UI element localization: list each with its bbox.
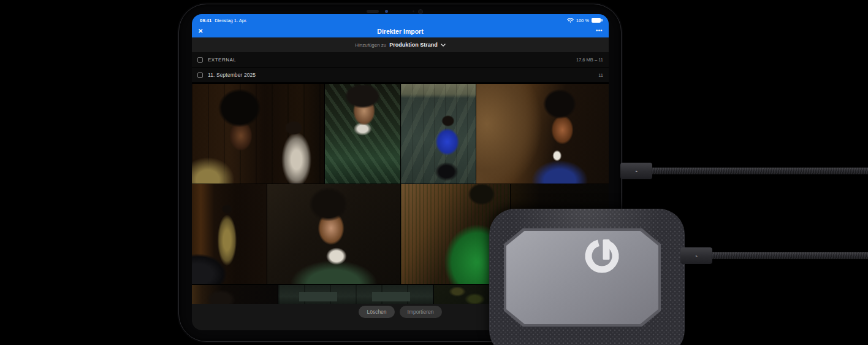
photo-thumbnail[interactable] bbox=[325, 84, 400, 184]
date-group-checkbox[interactable] bbox=[197, 72, 203, 78]
add-to-label: Hinzufügen zu bbox=[355, 42, 386, 48]
status-bar: 09:41 Dienstag 1. Apr. 100 % bbox=[192, 14, 609, 25]
wifi-icon bbox=[567, 18, 574, 23]
camera-ring-icon bbox=[418, 9, 423, 14]
date-group-count: 11 bbox=[598, 72, 603, 78]
delete-button[interactable]: Löschen bbox=[359, 306, 394, 318]
page-title: Direkter Import bbox=[192, 28, 609, 35]
usb-c-plug-tablet: ⌁ bbox=[620, 163, 652, 179]
album-name: Produktion Strand bbox=[389, 42, 438, 48]
usb-c-plug-ssd: ⌁ bbox=[680, 247, 712, 264]
add-to-album-selector[interactable]: Hinzufügen zu Produktion Strand bbox=[192, 37, 609, 52]
clock: 09:41 bbox=[200, 18, 211, 23]
scene: 09:41 Dienstag 1. Apr. 100 % ✕ bbox=[0, 0, 868, 345]
photo-thumbnail[interactable] bbox=[401, 84, 476, 184]
photo-thumbnail[interactable] bbox=[192, 285, 278, 304]
date-group-label: 11. September 2025 bbox=[208, 72, 256, 78]
source-row-date-group[interactable]: 11. September 2025 11 bbox=[192, 68, 609, 83]
chevron-down-icon bbox=[441, 44, 446, 47]
front-camera-icon bbox=[385, 10, 388, 13]
photo-thumbnail[interactable] bbox=[267, 184, 400, 284]
external-checkbox[interactable] bbox=[197, 57, 203, 63]
more-options-icon[interactable]: ••• bbox=[596, 28, 603, 34]
external-ssd-drive bbox=[489, 209, 685, 345]
import-button[interactable]: Importieren bbox=[400, 306, 442, 318]
photo-thumbnail[interactable] bbox=[434, 285, 492, 304]
source-label: EXTERNAL bbox=[208, 57, 236, 63]
usb-cable-tablet bbox=[652, 168, 868, 174]
header: 09:41 Dienstag 1. Apr. 100 % ✕ bbox=[192, 14, 609, 37]
sensor-pill bbox=[367, 10, 379, 13]
photo-thumbnail[interactable] bbox=[278, 285, 433, 304]
battery-percent: 100 % bbox=[576, 18, 589, 23]
g-drive-logo-icon bbox=[582, 235, 622, 274]
battery-icon bbox=[592, 18, 601, 23]
photo-thumbnail[interactable] bbox=[192, 84, 324, 184]
usb-cable-ssd bbox=[712, 252, 868, 259]
mic-dot bbox=[413, 10, 414, 12]
title-bar: ✕ Direkter Import ••• bbox=[192, 25, 609, 37]
photo-thumbnail[interactable] bbox=[476, 84, 609, 184]
source-row-external[interactable]: EXTERNAL 17,6 MB – 11 bbox=[192, 52, 609, 68]
front-camera-strip bbox=[179, 8, 621, 14]
photo-thumbnail[interactable] bbox=[192, 184, 267, 284]
connector-logo-icon: ⌁ bbox=[635, 169, 638, 173]
date-label: Dienstag 1. Apr. bbox=[215, 18, 247, 23]
source-size-count: 17,6 MB – 11 bbox=[576, 57, 603, 63]
connector-logo-icon: ⌁ bbox=[695, 254, 698, 258]
